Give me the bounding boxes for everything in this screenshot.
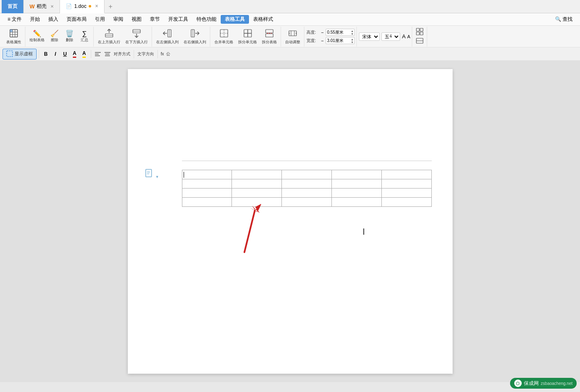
tab-wps[interactable]: W 稻壳 ✕	[24, 0, 60, 13]
table-props-button[interactable]: 表格属性	[4, 27, 23, 46]
search-icon: 🔍	[555, 16, 561, 22]
toolbar-row-1: 表格属性 ✏️ 绘制表格 🧹 擦除 🗑️ 删除 ∑ 汇总	[0, 26, 580, 47]
align-top-left-button[interactable]	[414, 27, 425, 36]
erase-icon: 🧹	[50, 30, 59, 37]
underline-button[interactable]: U	[60, 50, 70, 59]
font-color-button[interactable]: A	[70, 50, 79, 59]
insert-above-button[interactable]: 在上方插入行	[96, 27, 122, 46]
table-cell[interactable]	[331, 179, 381, 189]
ribbon-tab-file[interactable]: ≡ 文件	[3, 15, 26, 24]
table-cell[interactable]	[381, 179, 431, 189]
text-direction-label: 文字方向	[136, 51, 155, 57]
table-cell[interactable]	[331, 198, 381, 207]
svg-rect-30	[416, 28, 419, 31]
quick-tool-button[interactable]	[414, 37, 425, 45]
svg-rect-27	[289, 31, 296, 36]
height-input[interactable]	[327, 30, 350, 35]
tab-home[interactable]: 首页	[2, 0, 24, 13]
font-name-select[interactable]: 宋体	[359, 32, 380, 41]
delete-button[interactable]: 🗑️ 删除	[62, 27, 77, 46]
ribbon-tab-insert[interactable]: 插入	[44, 15, 62, 24]
table-cell[interactable]	[232, 170, 282, 179]
width-minus-icon[interactable]: −	[320, 38, 324, 43]
table-cell[interactable]	[381, 189, 431, 198]
table-props-icon	[9, 29, 18, 39]
height-up-button[interactable]: ▲	[351, 30, 353, 32]
highlight-button[interactable]: A	[80, 50, 89, 59]
height-minus-icon[interactable]: −	[320, 30, 324, 35]
table-cell[interactable]	[381, 198, 431, 207]
toolbar-group-font: 宋体 五号 A A	[357, 27, 412, 47]
merge-cells-button[interactable]: 合并单元格	[212, 27, 235, 46]
font-size-down-icon[interactable]: A	[402, 33, 406, 40]
ribbon-tab-special-label: 特色功能	[197, 16, 217, 22]
split-table-button[interactable]: 拆分表格	[260, 27, 279, 46]
new-tab-button[interactable]: +	[105, 3, 117, 10]
height-down-button[interactable]: ▼	[351, 32, 353, 35]
table-cell[interactable]	[331, 170, 381, 179]
table-container	[182, 161, 432, 207]
separator-4	[157, 50, 158, 58]
page-handle-dropdown[interactable]: ▼	[155, 175, 159, 179]
align-left-button[interactable]	[93, 50, 102, 59]
insert-right-button[interactable]: 在右侧插入列	[182, 27, 208, 46]
table-cell[interactable]	[282, 189, 332, 198]
table-cell[interactable]	[182, 189, 232, 198]
table-cell[interactable]	[381, 170, 431, 179]
auto-fit-button[interactable]: 自动调整	[283, 27, 302, 46]
display-virtual-button[interactable]: 显示虚框	[2, 49, 37, 60]
width-input[interactable]	[327, 38, 350, 43]
ribbon-tab-start[interactable]: 开始	[26, 15, 44, 24]
align-row2	[414, 37, 425, 45]
draw-table-button[interactable]: ✏️ 绘制表格	[27, 27, 47, 46]
table-cell[interactable]	[232, 189, 282, 198]
ribbon-tab-ref[interactable]: 引用	[91, 15, 109, 24]
ribbon-tab-special[interactable]: 特色功能	[192, 15, 221, 24]
ribbon-tab-table-style[interactable]: 表格样式	[249, 15, 277, 24]
font-size-up-icon[interactable]: A	[407, 34, 410, 39]
ribbon-tab-view[interactable]: 视图	[127, 15, 146, 24]
insert-below-label: 在下方插入行	[125, 40, 148, 45]
align-center-button[interactable]	[103, 50, 112, 59]
table-cell[interactable]	[232, 198, 282, 207]
ribbon-tab-table-tools[interactable]: 表格工具	[221, 15, 249, 24]
table-cell[interactable]	[232, 179, 282, 189]
tab-bar: 首页 W 稻壳 ✕ 📄 1.doc ✕ +	[0, 0, 580, 13]
insert-left-icon	[163, 29, 172, 39]
ribbon-tab-review[interactable]: 审阅	[109, 15, 127, 24]
merge-cells-icon	[219, 29, 229, 39]
highlight-label: A	[82, 50, 86, 58]
insert-above-icon	[105, 29, 114, 39]
table-cell[interactable]	[182, 170, 232, 179]
svg-rect-24	[266, 30, 273, 33]
font-size-select[interactable]: 五号	[381, 32, 400, 41]
summary-button[interactable]: ∑ 汇总	[77, 27, 92, 46]
insert-left-button[interactable]: 在左侧插入列	[154, 27, 181, 46]
bold-button[interactable]: B	[41, 50, 50, 59]
table-cell[interactable]	[331, 189, 381, 198]
doc1-tab-close[interactable]: ✕	[95, 4, 98, 8]
ribbon-tab-layout[interactable]: 页面布局	[62, 15, 91, 24]
tab-doc1[interactable]: 📄 1.doc ✕	[60, 0, 104, 13]
wps-tab-close[interactable]: ✕	[50, 4, 54, 9]
split-cells-button[interactable]: 拆分单元格	[236, 27, 259, 46]
table-cell[interactable]	[282, 198, 332, 207]
table-cell[interactable]	[282, 170, 332, 179]
ribbon-tab-chapter[interactable]: 章节	[146, 15, 164, 24]
svg-rect-43	[146, 169, 152, 177]
width-down-button[interactable]: ▼	[351, 41, 353, 44]
table-cell[interactable]	[182, 179, 232, 189]
italic-button[interactable]: I	[51, 50, 60, 59]
table-cell[interactable]	[182, 198, 232, 207]
ribbon-tab-start-label: 开始	[30, 16, 40, 22]
document-table[interactable]	[182, 170, 432, 207]
page-handle-icon[interactable]: ▼	[145, 169, 159, 180]
insert-below-button[interactable]: 在下方插入行	[123, 27, 150, 46]
height-spinner: ▲ ▼	[351, 30, 353, 35]
toolbar-row-2: 显示虚框 B I U A A 对齐方式 文字方向 fx 公	[0, 47, 580, 61]
width-up-button[interactable]: ▲	[351, 38, 353, 41]
erase-button[interactable]: 🧹 擦除	[47, 27, 62, 46]
ribbon-tab-find[interactable]: 🔍 查找	[551, 15, 577, 24]
ribbon-tab-dev[interactable]: 开发工具	[164, 15, 192, 24]
table-cell[interactable]	[282, 179, 332, 189]
